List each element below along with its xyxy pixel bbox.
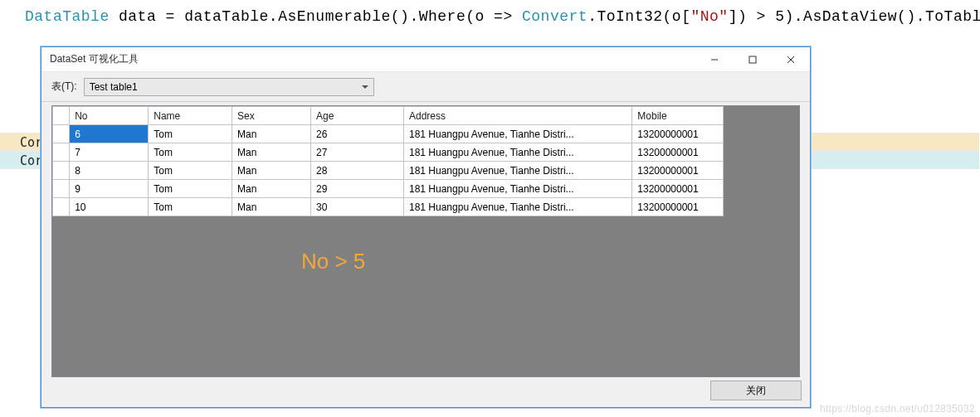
combo-value: Test table1 [90,81,138,93]
cell-age[interactable]: 29 [311,180,404,198]
maximize-button[interactable] [734,47,772,72]
column-header[interactable]: Address [403,107,631,125]
table-row[interactable]: 7TomMan27181 Huangpu Avenue, Tianhe Dist… [53,143,724,162]
bg-row-text: Cor [0,135,42,150]
titlebar[interactable]: DataSet 可视化工具 [41,47,810,72]
svg-rect-1 [749,56,756,63]
cell-age[interactable]: 28 [311,162,404,180]
close-button[interactable] [772,47,810,72]
minimize-button[interactable] [695,47,734,72]
toolbar: 表(T): Test table1 [41,72,810,102]
cell-name[interactable]: Tom [149,180,232,198]
cell-mob[interactable]: 13200000001 [632,162,724,180]
column-header[interactable]: Name [149,107,232,125]
table-row[interactable]: 10TomMan30181 Huangpu Avenue, Tianhe Dis… [53,198,724,216]
window-title: DataSet 可视化工具 [50,52,695,66]
chevron-down-icon [362,85,368,89]
code-line: DataTable data = dataTable.AsEnumerable(… [0,0,980,25]
table-label: 表(T): [51,80,77,94]
overlay-caption: No > 5 [301,249,365,274]
cell-name[interactable]: Tom [149,125,232,143]
table-row[interactable]: 9TomMan29181 Huangpu Avenue, Tianhe Dist… [53,180,724,198]
cell-age[interactable]: 30 [311,198,404,216]
cell-sex[interactable]: Man [232,198,310,216]
cell-sex[interactable]: Man [232,125,310,143]
cell-name[interactable]: Tom [149,162,232,180]
cell-addr[interactable]: 181 Huangpu Avenue, Tianhe Distri... [403,125,631,143]
cell-no[interactable]: 10 [70,198,149,216]
cell-addr[interactable]: 181 Huangpu Avenue, Tianhe Distri... [403,143,631,162]
cell-mob[interactable]: 13200000001 [632,198,724,216]
cell-addr[interactable]: 181 Huangpu Avenue, Tianhe Distri... [403,198,631,216]
table-row[interactable]: 6TomMan26181 Huangpu Avenue, Tianhe Dist… [53,125,724,143]
cell-no[interactable]: 9 [70,180,149,198]
dialog-footer: 关闭 [710,381,802,400]
column-header[interactable]: Mobile [632,107,724,125]
table-row[interactable]: 8TomMan28181 Huangpu Avenue, Tianhe Dist… [53,162,724,180]
cell-sex[interactable]: Man [232,143,310,162]
table-select[interactable]: Test table1 [84,78,374,96]
cell-no[interactable]: 6 [70,125,149,143]
dataset-visualizer-window: DataSet 可视化工具 表(T): Test table1 NoNameSe… [41,46,811,408]
watermark: https://blog.csdn.net/u012835032 [820,403,975,415]
cell-mob[interactable]: 13200000001 [632,180,724,198]
cell-age[interactable]: 27 [311,143,404,162]
cell-addr[interactable]: 181 Huangpu Avenue, Tianhe Distri... [403,162,631,180]
cell-sex[interactable]: Man [232,162,310,180]
datagrid-area: NoNameSexAgeAddressMobile6TomMan26181 Hu… [51,105,800,377]
column-header[interactable]: No [70,107,149,125]
bg-row-text: Cor [0,153,42,168]
cell-addr[interactable]: 181 Huangpu Avenue, Tianhe Distri... [403,180,631,198]
cell-no[interactable]: 7 [70,143,149,162]
cell-age[interactable]: 26 [311,125,404,143]
column-header[interactable]: Sex [232,107,310,125]
cell-no[interactable]: 8 [70,162,149,180]
cell-mob[interactable]: 13200000001 [632,125,724,143]
cell-name[interactable]: Tom [149,143,232,162]
datagrid[interactable]: NoNameSexAgeAddressMobile6TomMan26181 Hu… [52,106,724,216]
cell-mob[interactable]: 13200000001 [632,143,724,162]
column-header[interactable]: Age [311,107,404,125]
cell-sex[interactable]: Man [232,180,310,198]
close-dialog-button[interactable]: 关闭 [710,381,802,400]
cell-name[interactable]: Tom [149,198,232,216]
